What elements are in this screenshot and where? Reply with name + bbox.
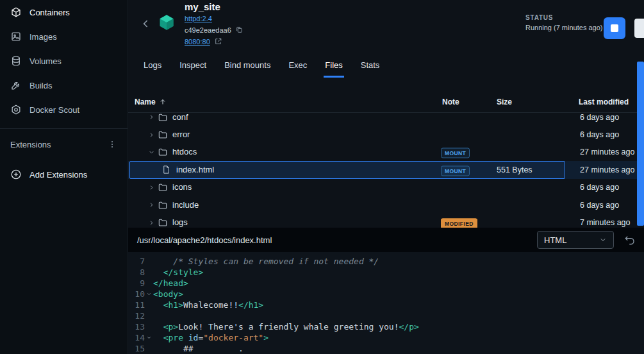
port-link[interactable]: 8080:80 — [185, 38, 210, 46]
sidebar: ContainersImagesVolumesBuildsDocker Scou… — [0, 0, 128, 354]
tab-exec[interactable]: Exec — [287, 56, 308, 78]
chevron-down-icon[interactable] — [147, 148, 155, 156]
file-name-cell: htdocs — [147, 144, 197, 161]
sidebar-item-volumes[interactable]: Volumes — [0, 49, 128, 73]
partial-action-button[interactable] — [634, 19, 644, 38]
file-name: logs — [172, 217, 188, 228]
table-row[interactable]: include6 days ago — [128, 196, 644, 214]
badge-mount: MOUNT — [441, 165, 470, 176]
tab-bind-mounts[interactable]: Bind mounts — [223, 56, 272, 78]
chevron-right-icon[interactable] — [147, 201, 155, 209]
chevron-right-icon[interactable] — [147, 219, 155, 226]
fold-spacer — [145, 256, 153, 267]
fold-chevron-icon[interactable] — [145, 332, 153, 343]
file-modified: 6 days ago — [580, 183, 619, 192]
sidebar-item-containers[interactable]: Containers — [0, 0, 128, 24]
sidebar-item-images[interactable]: Images — [0, 24, 128, 49]
code-line: 7 /* Styles can be removed if not needed… — [128, 256, 644, 267]
container-title: my_site — [185, 1, 244, 13]
stop-icon — [611, 24, 618, 32]
table-row[interactable]: icons6 days ago — [128, 179, 644, 196]
code-text: <p>Look! There's a friendly whale greeti… — [153, 321, 419, 332]
fold-spacer — [145, 310, 153, 321]
add-extensions-icon — [10, 169, 22, 180]
badge-modified: MODIFIED — [441, 219, 477, 228]
tab-files[interactable]: Files — [324, 56, 343, 78]
code-text: ## . — [153, 343, 244, 354]
copy-icon[interactable] — [235, 26, 244, 34]
extensions-section-header[interactable]: Extensions — [0, 132, 128, 156]
sidebar-item-label: Images — [29, 32, 57, 42]
image-link[interactable]: httpd:2.4 — [185, 15, 212, 22]
fold-chevron-icon[interactable] — [145, 289, 153, 299]
add-extensions-button[interactable]: Add Extensions — [0, 162, 128, 187]
column-header-note[interactable]: Note — [442, 97, 459, 106]
language-select[interactable]: HTML — [537, 231, 614, 249]
sidebar-item-builds[interactable]: Builds — [0, 73, 128, 97]
sidebar-item-label: Builds — [29, 81, 52, 90]
language-value: HTML — [544, 235, 566, 245]
file-modified: 6 days ago — [580, 114, 619, 122]
table-row[interactable]: htdocsMOUNT27 minutes ago — [128, 144, 644, 161]
sidebar-item-label: Volumes — [29, 56, 62, 66]
status-value: Running (7 minutes ago) — [525, 24, 602, 31]
table-row[interactable]: error6 days ago — [128, 126, 644, 143]
code-line: 10<body> — [128, 289, 644, 299]
file-icon — [161, 165, 172, 175]
back-button[interactable] — [140, 17, 153, 30]
code-line: 8 </style> — [128, 267, 644, 278]
folder-icon — [158, 147, 168, 157]
file-name-cell: index.html — [147, 161, 214, 178]
tab-inspect[interactable]: Inspect — [178, 56, 208, 78]
code-line: 14 <pre id="docker-art"> — [128, 332, 644, 343]
fold-spacer — [145, 278, 153, 289]
line-number: 14 — [128, 332, 145, 343]
tab-bar: LogsInspectBind mountsExecFilesStats — [128, 56, 644, 78]
files-table-body: conf6 days agoerror6 days agohtdocsMOUNT… — [128, 114, 644, 228]
kebab-menu-icon[interactable] — [107, 139, 117, 149]
line-number: 7 — [128, 256, 145, 267]
sidebar-nav: ContainersImagesVolumesBuildsDocker Scou… — [0, 0, 128, 122]
code-text: <body> — [153, 289, 183, 299]
table-row[interactable]: index.htmlMOUNT551 Bytes27 minutes ago — [128, 161, 644, 178]
column-header-size[interactable]: Size — [497, 97, 512, 106]
chevron-right-icon[interactable] — [147, 131, 155, 139]
stop-button[interactable] — [604, 17, 625, 39]
code-line: 11 <h1>Whalecome!!</h1> — [128, 299, 644, 310]
folder-icon — [158, 200, 168, 210]
chevron-down-icon — [599, 236, 607, 244]
undo-icon[interactable] — [624, 234, 636, 246]
code-text: </style> — [153, 267, 203, 278]
table-row[interactable]: conf6 days ago — [128, 114, 644, 126]
tab-logs[interactable]: Logs — [142, 56, 163, 78]
container-id: c49e2eaedaa6 — [185, 26, 231, 34]
code-text: </head> — [153, 278, 188, 289]
chevron-right-icon[interactable] — [147, 183, 155, 191]
tab-stats[interactable]: Stats — [359, 56, 381, 78]
tree-indent — [151, 166, 159, 174]
file-path: /usr/local/apache2/htdocs/index.html — [137, 235, 272, 245]
container-header: my_site httpd:2.4 c49e2eaedaa6 8080:80 — [128, 0, 644, 56]
extensions-label: Extensions — [10, 140, 51, 149]
external-link-icon[interactable] — [214, 37, 222, 46]
chevron-right-icon[interactable] — [147, 114, 155, 121]
column-header-name-label: Name — [135, 97, 156, 106]
column-header-name[interactable]: Name — [135, 97, 167, 106]
note-cell: MODIFIED — [441, 218, 477, 228]
column-header-modified[interactable]: Last modified — [579, 97, 629, 106]
sidebar-item-docker-scout[interactable]: Docker Scout — [0, 97, 128, 122]
file-name: icons — [172, 182, 192, 192]
table-row[interactable]: logsMODIFIED7 minutes ago — [128, 214, 644, 228]
images-icon — [10, 31, 22, 42]
file-name-cell: conf — [147, 114, 188, 126]
editor-path-bar: /usr/local/apache2/htdocs/index.html HTM… — [128, 228, 644, 252]
code-text: <pre id="docker-art"> — [153, 332, 268, 343]
fold-spacer — [145, 321, 153, 332]
code-line: 12 — [128, 310, 644, 321]
vertical-scrollbar[interactable] — [637, 62, 644, 226]
file-name-cell: include — [147, 196, 199, 214]
containers-icon — [10, 6, 22, 18]
code-editor[interactable]: 7 /* Styles can be removed if not needed… — [128, 252, 644, 354]
file-name-cell: error — [147, 126, 190, 143]
file-modified: 7 minutes ago — [580, 218, 631, 227]
